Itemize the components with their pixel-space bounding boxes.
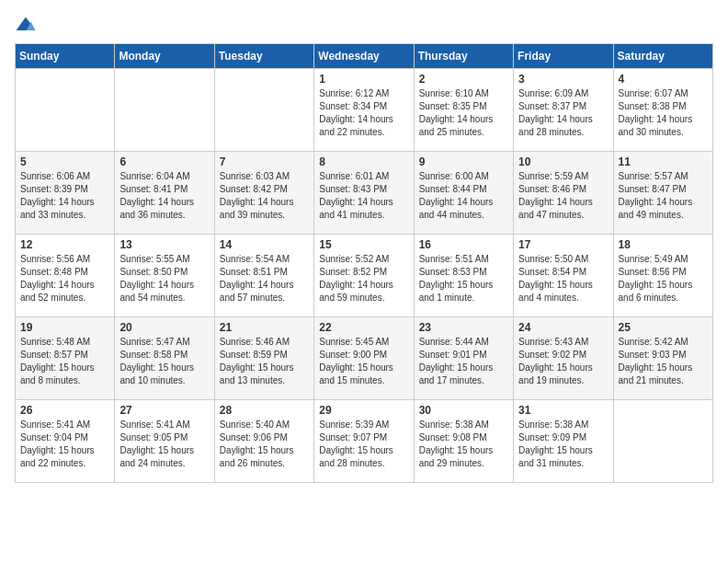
- day-cell: [115, 69, 214, 152]
- week-row-1: 1Sunrise: 6:12 AM Sunset: 8:34 PM Daylig…: [16, 69, 713, 152]
- day-info: Sunrise: 5:40 AM Sunset: 9:06 PM Dayligh…: [220, 419, 309, 470]
- day-info: Sunrise: 5:50 AM Sunset: 8:54 PM Dayligh…: [518, 253, 608, 304]
- day-number: 16: [419, 238, 508, 251]
- day-info: Sunrise: 5:52 AM Sunset: 8:52 PM Dayligh…: [319, 253, 408, 304]
- day-number: 2: [419, 73, 508, 86]
- day-cell: [16, 69, 115, 152]
- day-cell: [613, 400, 712, 483]
- page-header: [15, 15, 713, 34]
- day-number: 23: [419, 321, 508, 334]
- day-cell: 5Sunrise: 6:06 AM Sunset: 8:39 PM Daylig…: [16, 152, 115, 235]
- day-cell: 16Sunrise: 5:51 AM Sunset: 8:53 PM Dayli…: [414, 235, 513, 317]
- day-number: 17: [518, 238, 608, 251]
- header-sunday: Sunday: [16, 44, 115, 69]
- day-number: 13: [119, 238, 209, 251]
- day-info: Sunrise: 5:38 AM Sunset: 9:09 PM Dayligh…: [518, 419, 608, 470]
- day-cell: 10Sunrise: 5:59 AM Sunset: 8:46 PM Dayli…: [514, 152, 613, 235]
- header-monday: Monday: [115, 44, 214, 69]
- day-cell: 8Sunrise: 6:01 AM Sunset: 8:43 PM Daylig…: [314, 152, 414, 235]
- day-info: Sunrise: 6:06 AM Sunset: 8:39 PM Dayligh…: [20, 170, 109, 222]
- day-cell: 3Sunrise: 6:09 AM Sunset: 8:37 PM Daylig…: [514, 69, 613, 152]
- day-number: 5: [20, 155, 109, 168]
- day-cell: [214, 69, 313, 152]
- header-thursday: Thursday: [414, 44, 513, 69]
- day-info: Sunrise: 5:48 AM Sunset: 8:57 PM Dayligh…: [20, 336, 109, 387]
- day-number: 1: [319, 73, 408, 86]
- day-info: Sunrise: 5:56 AM Sunset: 8:48 PM Dayligh…: [20, 253, 109, 304]
- day-number: 4: [619, 73, 708, 86]
- day-number: 21: [220, 321, 309, 334]
- day-number: 14: [220, 238, 309, 251]
- day-cell: 9Sunrise: 6:00 AM Sunset: 8:44 PM Daylig…: [414, 152, 513, 235]
- day-number: 26: [20, 404, 109, 417]
- day-info: Sunrise: 6:12 AM Sunset: 8:34 PM Dayligh…: [319, 87, 408, 139]
- day-info: Sunrise: 5:45 AM Sunset: 9:00 PM Dayligh…: [319, 336, 408, 387]
- day-info: Sunrise: 6:04 AM Sunset: 8:41 PM Dayligh…: [119, 170, 209, 222]
- day-number: 8: [319, 155, 408, 168]
- day-cell: 1Sunrise: 6:12 AM Sunset: 8:34 PM Daylig…: [314, 69, 414, 152]
- week-row-5: 26Sunrise: 5:41 AM Sunset: 9:04 PM Dayli…: [16, 400, 713, 483]
- day-cell: 21Sunrise: 5:46 AM Sunset: 8:59 PM Dayli…: [214, 317, 313, 400]
- week-row-3: 12Sunrise: 5:56 AM Sunset: 8:48 PM Dayli…: [16, 235, 713, 317]
- day-cell: 2Sunrise: 6:10 AM Sunset: 8:35 PM Daylig…: [414, 69, 513, 152]
- day-info: Sunrise: 6:09 AM Sunset: 8:37 PM Dayligh…: [518, 87, 608, 139]
- day-cell: 7Sunrise: 6:03 AM Sunset: 8:42 PM Daylig…: [214, 152, 313, 235]
- day-number: 25: [619, 321, 708, 334]
- day-cell: 6Sunrise: 6:04 AM Sunset: 8:41 PM Daylig…: [115, 152, 214, 235]
- day-cell: 26Sunrise: 5:41 AM Sunset: 9:04 PM Dayli…: [16, 400, 115, 483]
- day-cell: 23Sunrise: 5:44 AM Sunset: 9:01 PM Dayli…: [414, 317, 513, 400]
- week-row-4: 19Sunrise: 5:48 AM Sunset: 8:57 PM Dayli…: [16, 317, 713, 400]
- day-info: Sunrise: 5:57 AM Sunset: 8:47 PM Dayligh…: [619, 170, 708, 222]
- day-number: 9: [419, 155, 508, 168]
- day-cell: 19Sunrise: 5:48 AM Sunset: 8:57 PM Dayli…: [16, 317, 115, 400]
- day-info: Sunrise: 6:01 AM Sunset: 8:43 PM Dayligh…: [319, 170, 408, 222]
- day-info: Sunrise: 5:42 AM Sunset: 9:03 PM Dayligh…: [619, 336, 708, 387]
- day-cell: 13Sunrise: 5:55 AM Sunset: 8:50 PM Dayli…: [115, 235, 214, 317]
- week-row-2: 5Sunrise: 6:06 AM Sunset: 8:39 PM Daylig…: [16, 152, 713, 235]
- day-cell: 11Sunrise: 5:57 AM Sunset: 8:47 PM Dayli…: [613, 152, 712, 235]
- day-cell: 20Sunrise: 5:47 AM Sunset: 8:58 PM Dayli…: [115, 317, 214, 400]
- day-cell: 12Sunrise: 5:56 AM Sunset: 8:48 PM Dayli…: [16, 235, 115, 317]
- day-info: Sunrise: 6:10 AM Sunset: 8:35 PM Dayligh…: [419, 87, 508, 139]
- header-row: SundayMondayTuesdayWednesdayThursdayFrid…: [16, 44, 713, 69]
- day-cell: 22Sunrise: 5:45 AM Sunset: 9:00 PM Dayli…: [314, 317, 414, 400]
- day-number: 30: [419, 404, 508, 417]
- day-cell: 30Sunrise: 5:38 AM Sunset: 9:08 PM Dayli…: [414, 400, 513, 483]
- day-info: Sunrise: 5:49 AM Sunset: 8:56 PM Dayligh…: [619, 253, 708, 304]
- day-cell: 31Sunrise: 5:38 AM Sunset: 9:09 PM Dayli…: [514, 400, 613, 483]
- day-number: 10: [518, 155, 608, 168]
- day-cell: 14Sunrise: 5:54 AM Sunset: 8:51 PM Dayli…: [214, 235, 313, 317]
- day-number: 15: [319, 238, 408, 251]
- logo: [15, 15, 40, 34]
- day-number: 20: [119, 321, 209, 334]
- day-info: Sunrise: 5:59 AM Sunset: 8:46 PM Dayligh…: [518, 170, 608, 222]
- day-info: Sunrise: 5:41 AM Sunset: 9:04 PM Dayligh…: [20, 419, 109, 470]
- day-number: 12: [20, 238, 109, 251]
- day-number: 19: [20, 321, 109, 334]
- day-cell: 28Sunrise: 5:40 AM Sunset: 9:06 PM Dayli…: [214, 400, 313, 483]
- day-info: Sunrise: 5:38 AM Sunset: 9:08 PM Dayligh…: [419, 419, 508, 470]
- header-saturday: Saturday: [613, 44, 712, 69]
- day-cell: 15Sunrise: 5:52 AM Sunset: 8:52 PM Dayli…: [314, 235, 414, 317]
- day-number: 31: [518, 404, 608, 417]
- day-info: Sunrise: 6:00 AM Sunset: 8:44 PM Dayligh…: [419, 170, 508, 222]
- day-info: Sunrise: 5:43 AM Sunset: 9:02 PM Dayligh…: [518, 336, 608, 387]
- day-cell: 18Sunrise: 5:49 AM Sunset: 8:56 PM Dayli…: [613, 235, 712, 317]
- day-number: 7: [220, 155, 309, 168]
- day-number: 6: [119, 155, 209, 168]
- day-cell: 17Sunrise: 5:50 AM Sunset: 8:54 PM Dayli…: [514, 235, 613, 317]
- calendar-table: SundayMondayTuesdayWednesdayThursdayFrid…: [15, 43, 713, 483]
- day-number: 27: [119, 404, 209, 417]
- day-info: Sunrise: 5:47 AM Sunset: 8:58 PM Dayligh…: [119, 336, 209, 387]
- day-info: Sunrise: 6:07 AM Sunset: 8:38 PM Dayligh…: [619, 87, 708, 139]
- day-info: Sunrise: 5:41 AM Sunset: 9:05 PM Dayligh…: [119, 419, 209, 470]
- day-number: 29: [319, 404, 408, 417]
- day-number: 18: [619, 238, 708, 251]
- logo-icon: [15, 16, 37, 34]
- header-friday: Friday: [514, 44, 613, 69]
- day-info: Sunrise: 6:03 AM Sunset: 8:42 PM Dayligh…: [220, 170, 309, 222]
- day-info: Sunrise: 5:44 AM Sunset: 9:01 PM Dayligh…: [419, 336, 508, 387]
- header-tuesday: Tuesday: [214, 44, 313, 69]
- header-wednesday: Wednesday: [314, 44, 414, 69]
- day-cell: 27Sunrise: 5:41 AM Sunset: 9:05 PM Dayli…: [115, 400, 214, 483]
